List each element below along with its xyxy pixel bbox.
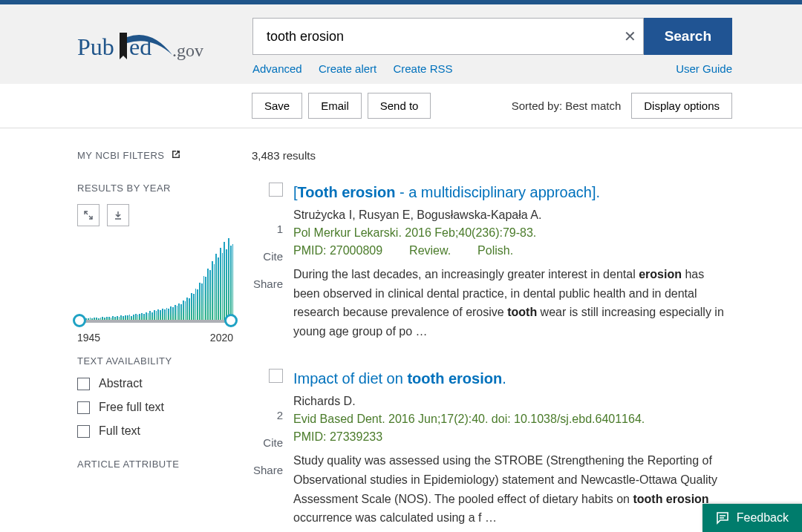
filter-full-text[interactable]: Full text — [77, 424, 233, 438]
user-guide-link[interactable]: User Guide — [676, 62, 732, 75]
checkbox-icon — [77, 378, 90, 390]
feedback-icon — [716, 511, 729, 525]
results-by-year-heading: RESULTS BY YEAR — [77, 183, 233, 194]
result-authors: Richards D. — [293, 395, 732, 408]
pubmed-logo[interactable]: Pub ed .gov — [77, 30, 226, 68]
share-link[interactable]: Share — [252, 278, 283, 290]
result-pmid: PMID: 27000809Review.Polish. — [293, 244, 732, 257]
slider-handle-start[interactable] — [73, 314, 86, 327]
filter-free-full-text[interactable]: Free full text — [77, 401, 233, 414]
slider-handle-end[interactable] — [224, 314, 238, 327]
filters-sidebar: MY NCBI FILTERS RESULTS BY YEAR — [77, 149, 233, 532]
year-range-slider[interactable] — [77, 320, 233, 323]
search-box: ✕ — [252, 18, 644, 55]
year-end-label: 2020 — [210, 332, 233, 344]
create-rss-link[interactable]: Create RSS — [393, 62, 452, 75]
feedback-button[interactable]: Feedback — [702, 504, 802, 532]
clear-search-icon[interactable]: ✕ — [618, 27, 643, 45]
display-options-button[interactable]: Display options — [631, 93, 732, 119]
filter-label: Abstract — [99, 377, 143, 390]
result-snippet: During the last decades, an increasingly… — [293, 265, 732, 341]
share-link[interactable]: Share — [252, 464, 283, 476]
cite-link[interactable]: Cite — [252, 436, 283, 449]
header: Pub ed .gov ✕ Search Advanced Create ale… — [0, 4, 802, 84]
result-index: 1 — [252, 223, 283, 235]
result-item: 1CiteShare[Tooth erosion - a multidiscip… — [252, 183, 732, 341]
create-alert-link[interactable]: Create alert — [319, 62, 376, 75]
year-histogram[interactable]: 1945 2020 — [77, 238, 233, 335]
download-chart-button[interactable] — [107, 204, 129, 226]
result-pmid: PMID: 27339233 — [293, 430, 732, 444]
search-button[interactable]: Search — [644, 18, 732, 55]
text-availability-heading: TEXT AVAILABILITY — [77, 355, 233, 367]
svg-text:ed: ed — [129, 33, 151, 60]
checkbox-icon — [77, 425, 90, 438]
filter-abstract[interactable]: Abstract — [77, 377, 233, 390]
external-link-icon[interactable] — [171, 149, 181, 162]
result-index: 2 — [252, 409, 283, 421]
checkbox-icon — [77, 401, 90, 414]
result-item: 2CiteShareImpact of diet on tooth erosio… — [252, 369, 732, 527]
year-start-label: 1945 — [77, 332, 100, 344]
my-ncbi-filters-heading: MY NCBI FILTERS — [77, 150, 165, 161]
svg-text:.gov: .gov — [172, 41, 203, 60]
email-button[interactable]: Email — [308, 93, 362, 119]
result-title[interactable]: [Tooth erosion - a multidisciplinary app… — [293, 183, 732, 203]
send-to-button[interactable]: Send to — [368, 93, 431, 119]
results-area: 3,483 results 1CiteShare[Tooth erosion -… — [252, 149, 732, 532]
result-citation: Evid Based Dent. 2016 Jun;17(2):40. doi:… — [293, 413, 732, 426]
results-count: 3,483 results — [252, 149, 732, 162]
result-snippet: Study quality was assessed using the STR… — [293, 451, 732, 527]
cite-link[interactable]: Cite — [252, 250, 283, 263]
result-title[interactable]: Impact of diet on tooth erosion. — [293, 369, 732, 389]
search-input[interactable] — [253, 29, 618, 45]
expand-chart-button[interactable] — [77, 204, 100, 226]
advanced-link[interactable]: Advanced — [252, 62, 302, 75]
result-checkbox[interactable] — [269, 183, 283, 197]
sorted-by-label[interactable]: Sorted by: Best match — [512, 99, 622, 112]
svg-text:Pub: Pub — [77, 33, 114, 60]
article-attribute-heading: ARTICLE ATTRIBUTE — [77, 459, 233, 470]
results-toolbar: Save Email Send to Sorted by: Best match… — [0, 84, 802, 128]
result-checkbox[interactable] — [269, 369, 283, 383]
save-button[interactable]: Save — [252, 93, 302, 119]
filter-label: Full text — [99, 424, 140, 438]
result-authors: Strużycka I, Rusyan E, Bogusławska-Kapał… — [293, 208, 732, 222]
result-citation: Pol Merkur Lekarski. 2016 Feb;40(236):79… — [293, 226, 732, 240]
filter-label: Free full text — [99, 401, 164, 414]
